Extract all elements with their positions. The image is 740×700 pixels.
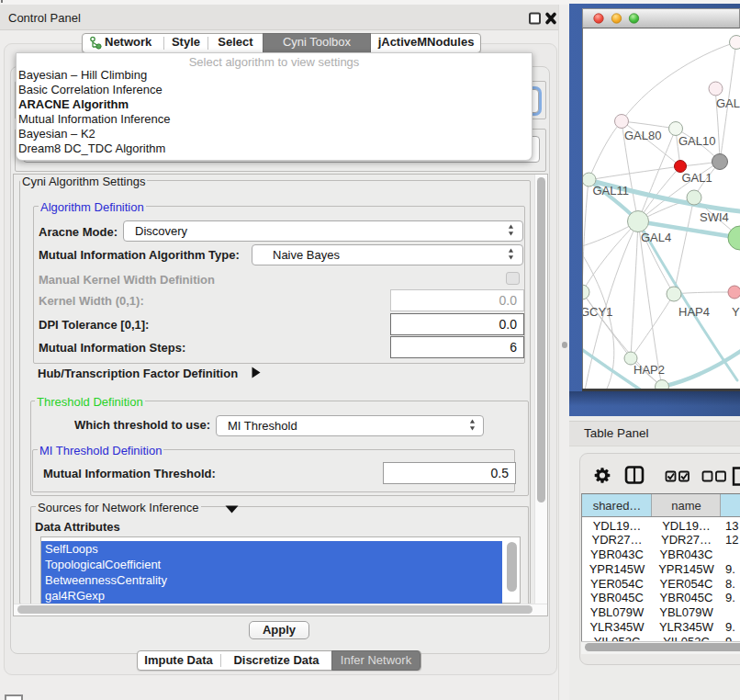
svg-text:GAL10: GAL10 (678, 134, 715, 148)
svg-text:HAP4: HAP4 (678, 305, 710, 319)
svg-text:GCY1: GCY1 (583, 305, 612, 319)
svg-text:Y: Y (732, 305, 740, 319)
svg-text:GAL4: GAL4 (641, 231, 671, 244)
svg-text:HAP2: HAP2 (633, 363, 665, 377)
svg-text:GAL1: GAL1 (682, 171, 712, 185)
svg-text:GAL80: GAL80 (624, 129, 661, 142)
svg-text:GAL8: GAL8 (716, 96, 740, 110)
svg-text:SWI4: SWI4 (700, 210, 729, 224)
svg-text:GAL11: GAL11 (593, 184, 630, 198)
